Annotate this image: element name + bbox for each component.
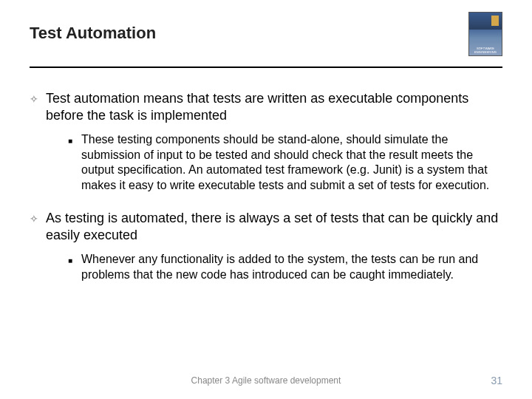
bullet-text: As testing is automated, there is always… <box>46 211 498 242</box>
slide: Test Automation SOFTWARE ENGINEERING ✧ T… <box>0 0 532 399</box>
list-item: ■ These testing components should be sta… <box>68 132 502 194</box>
diamond-bullet-icon: ✧ <box>30 90 46 204</box>
slide-footer: Chapter 3 Agile software development 31 <box>0 375 532 386</box>
book-cover-label: SOFTWARE ENGINEERING <box>469 47 502 54</box>
diamond-bullet-icon: ✧ <box>30 210 46 293</box>
slide-content: ✧ Test automation means that tests are w… <box>30 90 502 293</box>
sub-bullet-text: Whenever any functionality is added to t… <box>81 252 502 283</box>
list-item: ✧ Test automation means that tests are w… <box>30 90 502 204</box>
list-item: ✧ As testing is automated, there is alwa… <box>30 210 502 293</box>
slide-title: Test Automation <box>30 24 156 43</box>
slide-header: Test Automation SOFTWARE ENGINEERING <box>30 24 502 68</box>
square-bullet-icon: ■ <box>68 252 81 283</box>
footer-chapter: Chapter 3 Agile software development <box>191 375 341 386</box>
sub-bullet-list: ■ These testing components should be sta… <box>68 132 502 194</box>
sub-bullet-text: These testing components should be stand… <box>81 132 502 194</box>
book-cover-icon: SOFTWARE ENGINEERING <box>468 12 502 56</box>
page-number: 31 <box>491 375 502 386</box>
list-item-text: As testing is automated, there is always… <box>46 210 502 293</box>
bullet-list: ✧ Test automation means that tests are w… <box>30 90 502 293</box>
list-item-text: Test automation means that tests are wri… <box>46 90 502 204</box>
square-bullet-icon: ■ <box>68 132 81 194</box>
list-item: ■ Whenever any functionality is added to… <box>68 252 502 283</box>
sub-bullet-list: ■ Whenever any functionality is added to… <box>68 252 502 283</box>
bullet-text: Test automation means that tests are wri… <box>46 91 468 123</box>
